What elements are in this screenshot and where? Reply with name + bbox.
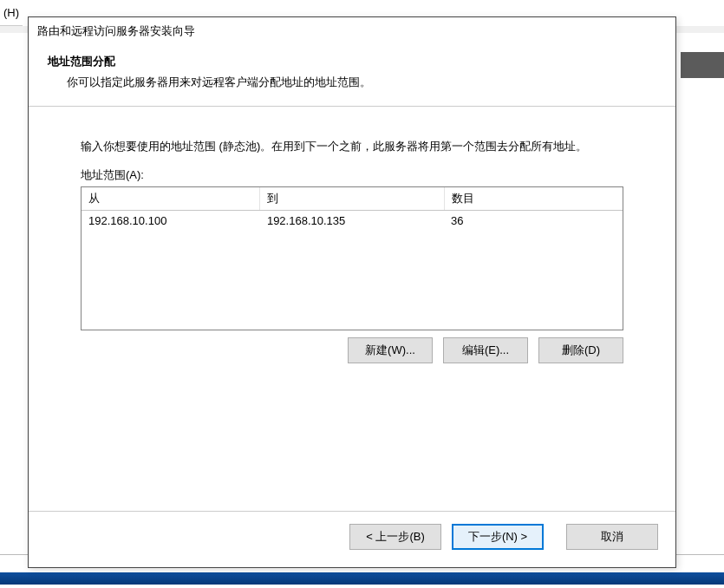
background-dark-sliver [681,52,724,78]
cancel-button[interactable]: 取消 [566,524,658,550]
col-from[interactable]: 从 [82,187,260,211]
new-button[interactable]: 新建(W)... [348,337,433,363]
menu-item-h-fragment[interactable]: (H) [0,0,23,26]
table-header-row: 从 到 数目 [82,187,623,211]
wizard-header: 地址范围分配 你可以指定此服务器用来对远程客户端分配地址的地址范围。 [29,43,675,107]
range-buttons: 新建(W)... 编辑(E)... 删除(D) [81,337,623,363]
table-row[interactable]: 192.168.10.100 192.168.10.135 36 [82,211,623,232]
back-button[interactable]: < 上一步(B) [349,524,441,550]
address-range-table[interactable]: 从 到 数目 192.168.10.100 192.168.10.135 36 [81,186,623,330]
delete-button[interactable]: 删除(D) [538,337,623,363]
wizard-dialog: 路由和远程访问服务器安装向导 地址范围分配 你可以指定此服务器用来对远程客户端分… [28,16,676,568]
cell-to: 192.168.10.135 [260,211,444,232]
col-to[interactable]: 到 [260,187,444,211]
wizard-footer: < 上一步(B) 下一步(N) > 取消 [29,511,675,567]
cell-from: 192.168.10.100 [82,211,260,232]
range-list-label: 地址范围(A): [81,167,623,183]
wizard-title: 路由和远程访问服务器安装向导 [29,17,675,43]
cell-count: 36 [444,211,623,232]
wizard-subtext: 你可以指定此服务器用来对远程客户端分配地址的地址范围。 [67,75,656,90]
edit-button[interactable]: 编辑(E)... [443,337,528,363]
next-button[interactable]: 下一步(N) > [452,524,544,550]
wizard-body: 输入你想要使用的地址范围 (静态池)。在用到下一个之前，此服务器将用第一个范围去… [29,107,675,363]
col-count[interactable]: 数目 [444,187,623,211]
taskbar-strip [0,572,724,585]
wizard-heading: 地址范围分配 [48,54,656,69]
instruction-text: 输入你想要使用的地址范围 (静态池)。在用到下一个之前，此服务器将用第一个范围去… [81,138,623,155]
